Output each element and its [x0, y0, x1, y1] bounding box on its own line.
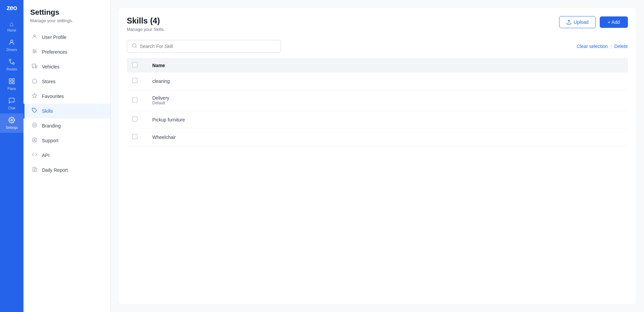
upload-button-label: Upload	[574, 19, 588, 25]
drivers-icon	[8, 39, 15, 47]
select-all-checkbox[interactable]	[132, 62, 138, 67]
upload-button[interactable]: Upload	[559, 16, 595, 28]
sidebar-item-branding[interactable]: Branding	[23, 118, 110, 133]
action-divider: |	[610, 44, 612, 49]
row-checkbox[interactable]	[132, 78, 138, 83]
row-checkbox[interactable]	[132, 134, 138, 139]
svg-point-21	[34, 124, 35, 126]
support-icon	[31, 137, 38, 144]
sidebar-branding-label: Branding	[42, 123, 61, 128]
sidebar-daily-report-label: Daily Report	[42, 167, 68, 173]
content-header: Skills (4) Manage your Skills. Upload + …	[127, 16, 628, 32]
row-checkbox-cell	[127, 72, 147, 90]
sidebar-item-vehicles[interactable]: Vehicles	[23, 59, 110, 74]
svg-point-13	[35, 51, 36, 52]
routes-icon	[8, 58, 15, 66]
svg-point-27	[132, 44, 136, 47]
svg-point-23	[34, 139, 35, 140]
skills-table: Name cleaningDeliveryDefaultPickup furni…	[127, 58, 628, 146]
vehicles-icon	[31, 63, 38, 70]
chat-icon	[8, 97, 15, 105]
page-subtitle: Manage your Skills.	[127, 27, 165, 32]
left-navigation: zeo ⌂ Home Drivers Routes Plans	[0, 0, 23, 312]
api-icon	[31, 152, 38, 159]
row-checkbox-cell	[127, 128, 147, 146]
clear-selection-link[interactable]: Clear selection	[577, 44, 608, 49]
add-button[interactable]: + Add	[600, 16, 628, 28]
table-row: cleaning	[127, 72, 628, 90]
svg-point-17	[36, 67, 37, 68]
header-checkbox-col	[127, 58, 147, 72]
table-actions: Clear selection | Delete	[577, 44, 628, 49]
row-name-cell: cleaning	[147, 72, 628, 90]
sidebar-skills-label: Skills	[42, 108, 53, 114]
sidebar-item-user-profile[interactable]: User Profile	[23, 30, 110, 45]
add-button-label: + Add	[608, 19, 620, 25]
svg-point-16	[33, 67, 34, 68]
sidebar-stores-label: Stores	[42, 79, 55, 84]
table-row: Wheelchair	[127, 128, 628, 146]
nav-chat-label: Chat	[8, 106, 15, 110]
upload-icon	[566, 19, 572, 25]
svg-rect-15	[32, 64, 36, 67]
row-checkbox[interactable]	[132, 116, 138, 122]
nav-drivers-label: Drivers	[6, 48, 17, 52]
sidebar-item-api[interactable]: API	[23, 148, 110, 163]
svg-line-28	[136, 47, 137, 48]
sidebar-menu: User Profile Preferences Vehicles	[23, 30, 110, 177]
search-actions-row: Clear selection | Delete	[127, 40, 628, 53]
row-name-cell: DeliveryDefault	[147, 90, 628, 111]
svg-point-2	[13, 63, 14, 64]
plans-icon	[8, 78, 15, 86]
main-content: Skills (4) Manage your Skills. Upload + …	[111, 0, 644, 312]
sidebar-header: Settings Manage your settings.	[23, 8, 110, 30]
branding-icon	[31, 122, 38, 129]
nav-item-settings[interactable]: Settings	[0, 113, 23, 133]
sidebar-user-profile-label: User Profile	[42, 35, 66, 40]
stores-icon	[31, 78, 38, 85]
search-input[interactable]	[140, 44, 276, 49]
sidebar-item-favourites[interactable]: Favourites	[23, 89, 110, 104]
favourites-icon	[31, 93, 38, 100]
search-icon	[132, 43, 137, 50]
header-actions: Upload + Add	[559, 16, 628, 28]
table-header-row: Name	[127, 58, 628, 72]
skills-table-body: cleaningDeliveryDefaultPickup furnitureW…	[127, 72, 628, 146]
settings-icon	[8, 117, 15, 124]
daily-report-icon	[31, 167, 38, 173]
skills-icon	[31, 108, 38, 114]
row-checkbox-cell	[127, 90, 147, 111]
sidebar-item-daily-report[interactable]: Daily Report	[23, 163, 110, 177]
sidebar-item-preferences[interactable]: Preferences	[23, 45, 110, 59]
svg-rect-4	[12, 79, 14, 81]
preferences-icon	[31, 49, 38, 55]
delete-link[interactable]: Delete	[614, 44, 628, 49]
table-row: Pickup furniture	[127, 111, 628, 128]
nav-home-label: Home	[7, 29, 16, 32]
row-name-cell: Pickup furniture	[147, 111, 628, 128]
nav-item-routes[interactable]: Routes	[0, 55, 23, 74]
svg-point-0	[11, 40, 13, 42]
row-name-cell: Wheelchair	[147, 128, 628, 146]
nav-item-chat[interactable]: Chat	[0, 94, 23, 113]
header-name-col: Name	[147, 58, 628, 72]
sidebar-item-skills[interactable]: Skills	[23, 104, 110, 118]
search-box[interactable]	[127, 40, 281, 53]
svg-rect-5	[9, 82, 11, 84]
nav-item-home[interactable]: ⌂ Home	[0, 17, 23, 36]
svg-point-1	[9, 59, 11, 61]
nav-item-plans[interactable]: Plans	[0, 74, 23, 94]
sidebar-subtitle: Manage your settings.	[30, 18, 104, 23]
table-row: DeliveryDefault	[127, 90, 628, 111]
nav-item-drivers[interactable]: Drivers	[0, 36, 23, 55]
sidebar-item-stores[interactable]: Stores	[23, 74, 110, 89]
sidebar-item-support[interactable]: Support	[23, 133, 110, 148]
svg-point-12	[33, 50, 34, 51]
sidebar-favourites-label: Favourites	[42, 94, 64, 99]
sidebar-title: Settings	[30, 8, 104, 17]
nav-plans-label: Plans	[7, 87, 16, 91]
row-checkbox[interactable]	[132, 97, 138, 103]
svg-point-7	[11, 119, 13, 121]
home-icon: ⌂	[10, 20, 14, 27]
svg-rect-3	[9, 79, 11, 81]
